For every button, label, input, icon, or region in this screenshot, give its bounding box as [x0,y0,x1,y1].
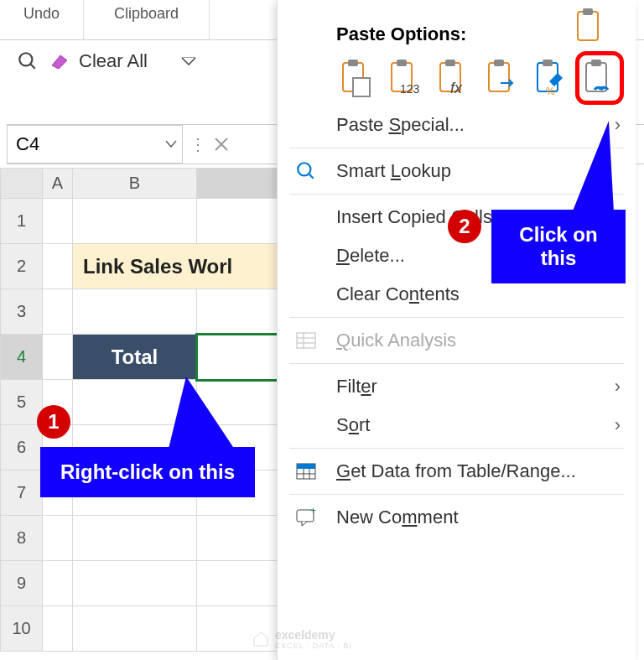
paste-option-formatting[interactable]: % [531,55,571,101]
paste-option-formulas[interactable]: fx [434,55,474,101]
svg-rect-17 [543,60,553,66]
col-header-c[interactable] [197,169,281,199]
clear-all-dropdown-icon[interactable] [156,57,196,65]
context-menu: Paste Options: 123 fx % Paste Special...… [277,0,636,660]
row-header-4[interactable]: 4 [1,335,43,380]
clipboard-icon [573,7,606,47]
paste-option-values[interactable]: 123 [385,55,425,101]
row-header-1[interactable]: 1 [1,199,43,244]
clear-all-label[interactable]: Clear All [79,50,148,72]
ribbon-group-undo: Undo [0,0,84,39]
select-all-corner[interactable] [1,169,43,199]
svg-text:%: % [546,86,555,97]
cell-total-label[interactable]: Total [73,335,197,380]
callout-step-1: 1 Right-click on this [40,447,255,497]
cell-title[interactable]: Link Sales Worl [73,244,281,289]
row-header-5[interactable]: 5 [1,380,43,425]
paste-option-link[interactable] [579,55,620,101]
chevron-right-icon: › [615,414,621,436]
svg-rect-6 [348,60,358,66]
svg-rect-9 [397,60,407,66]
menu-separator [289,448,624,449]
svg-point-21 [298,163,310,175]
paste-option-transpose[interactable] [482,55,522,101]
cell-c4-selected[interactable] [197,335,281,380]
col-header-a[interactable]: A [43,169,73,199]
row-header-8[interactable]: 8 [1,516,43,561]
callout-step-2: 2 Click on this [491,210,626,283]
row-header-10[interactable]: 10 [1,606,43,652]
menu-filter[interactable]: Filter › [278,367,636,406]
svg-rect-7 [353,78,370,96]
chevron-right-icon: › [615,376,621,398]
search-icon[interactable] [17,50,39,72]
smart-lookup-icon [293,160,319,182]
chevron-down-icon[interactable] [165,140,177,148]
callout-badge-2: 2 [448,210,481,243]
eraser-icon[interactable] [47,52,70,70]
chevron-right-icon: › [615,114,621,136]
menu-sort[interactable]: Sort › [278,406,636,444]
svg-point-0 [19,53,32,65]
quick-analysis-icon [293,331,319,350]
ribbon-group-clipboard: Clipboard [84,0,210,39]
clear-all-row: Clear All [17,50,196,72]
callout-arrow-icon [168,377,236,452]
watermark-brand: exceldemy [275,628,352,642]
svg-line-22 [309,174,313,178]
svg-text:fx: fx [450,80,463,96]
paste-options-row: 123 fx % [278,50,636,106]
watermark: exceldemy EXCEL · DATA · BI [252,628,352,650]
row-header-7[interactable]: 7 [1,470,43,516]
menu-separator [289,317,624,318]
svg-text:+: + [310,507,316,517]
svg-text:123: 123 [400,82,420,96]
svg-rect-23 [297,333,315,348]
svg-rect-20 [591,60,601,66]
fx-buttons: ⋮ [190,134,230,154]
callout-text-2: Click on this [519,223,597,269]
table-icon [293,462,319,481]
row-header-9[interactable]: 9 [1,561,43,606]
watermark-logo-icon [252,630,270,648]
svg-rect-3 [578,12,598,40]
paste-option-all[interactable] [336,55,377,101]
svg-rect-28 [297,464,315,469]
svg-rect-12 [445,60,455,66]
name-box-value: C4 [16,133,39,155]
row-header-6[interactable]: 6 [1,425,43,470]
menu-separator [289,494,624,495]
row-header-2[interactable]: 2 [1,244,43,289]
name-box[interactable]: C4 [7,125,183,164]
svg-rect-14 [489,63,509,91]
svg-rect-4 [583,8,593,15]
new-comment-icon: + [293,507,319,527]
menu-new-comment[interactable]: + New Comment [278,498,636,537]
row-header-3[interactable]: 3 [1,289,43,335]
callout-text-1: Right-click on this [60,460,235,483]
fx-divider-icon: ⋮ [190,134,206,154]
cancel-x-icon[interactable] [213,136,230,153]
callout-badge-1: 1 [37,405,70,439]
menu-quick-analysis: Quick Analysis [278,321,636,360]
watermark-tag: EXCEL · DATA · BI [275,642,352,650]
menu-get-data-table-range[interactable]: Get Data from Table/Range... [278,452,636,491]
menu-separator [289,363,624,364]
col-header-b[interactable]: B [73,169,197,199]
svg-rect-15 [494,60,504,66]
svg-line-1 [30,64,34,68]
callout-arrow-icon [572,121,614,213]
